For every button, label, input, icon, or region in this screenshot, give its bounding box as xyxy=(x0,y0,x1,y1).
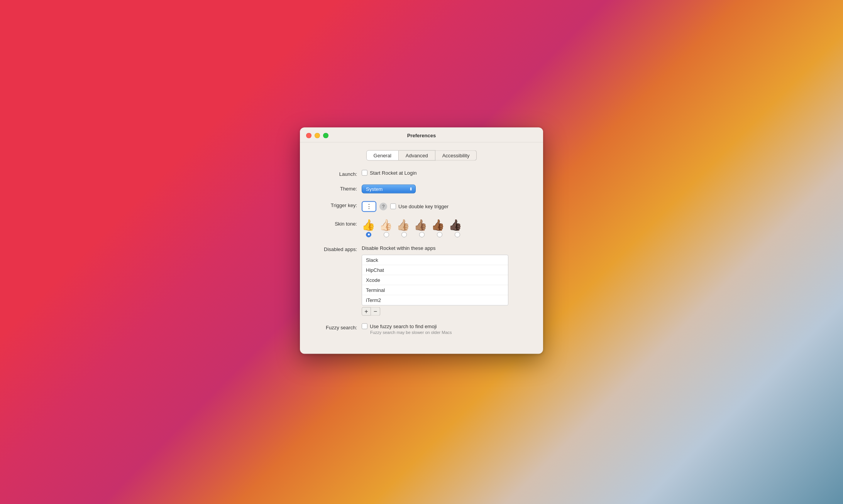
skin-tone-radios xyxy=(362,232,464,237)
double-trigger-wrap: Use double key trigger xyxy=(390,204,449,209)
fuzzy-search-label: Fuzzy search: xyxy=(311,323,362,330)
double-trigger-label: Use double key trigger xyxy=(398,204,449,209)
fuzzy-search-checkbox-label: Use fuzzy search to find emoji xyxy=(370,323,437,329)
preferences-window: Preferences General Advanced Accessibili… xyxy=(300,127,543,354)
launch-checkbox-label: Start Rocket at Login xyxy=(370,170,416,175)
theme-select[interactable]: System Light Dark xyxy=(362,184,416,193)
skin-tone-radio-wrap-6 xyxy=(450,232,464,237)
launch-checkbox[interactable] xyxy=(362,170,367,175)
disabled-apps-description: Disable Rocket within these apps xyxy=(362,245,508,251)
list-item: Terminal xyxy=(362,285,508,295)
theme-label: Theme: xyxy=(311,184,362,191)
list-item: Sublime Text xyxy=(362,305,508,305)
skin-tone-radio-wrap-3 xyxy=(397,232,411,237)
skin-tone-control: 👍 👍🏻 👍🏼 👍🏽 👍🏾 👍🏿 xyxy=(362,219,532,237)
trigger-key-label: Trigger key: xyxy=(311,201,362,208)
skin-tone-label: Skin tone: xyxy=(311,219,362,226)
tab-accessibility[interactable]: Accessibility xyxy=(435,150,477,160)
fuzzy-search-control: Use fuzzy search to find emoji Fuzzy sea… xyxy=(362,323,532,334)
list-item: Slack xyxy=(362,255,508,265)
skin-tone-radio-wrap-1 xyxy=(362,232,376,237)
theme-select-wrap: System Light Dark ⬍ xyxy=(362,184,416,193)
skin-tone-radio-4[interactable] xyxy=(419,232,425,237)
titlebar: Preferences xyxy=(300,127,543,142)
disabled-apps-control: Disable Rocket within these apps Slack H… xyxy=(362,245,532,315)
fuzzy-checkbox-wrap: Use fuzzy search to find emoji xyxy=(362,323,452,329)
skin-tone-radio-2[interactable] xyxy=(384,232,389,237)
theme-row: Theme: System Light Dark ⬍ xyxy=(311,184,532,193)
skin-tones-wrap: 👍 👍🏻 👍🏼 👍🏽 👍🏾 👍🏿 xyxy=(362,219,464,237)
tab-bar: General Advanced Accessibility xyxy=(311,150,532,160)
skin-tone-radio-wrap-2 xyxy=(379,232,393,237)
traffic-lights xyxy=(306,133,328,138)
general-form: Launch: Start Rocket at Login Theme: Sys… xyxy=(311,170,532,342)
fuzzy-search-hint: Fuzzy search may be slower on older Macs xyxy=(370,330,452,334)
tab-general[interactable]: General xyxy=(366,150,399,160)
fuzzy-wrap: Use fuzzy search to find emoji Fuzzy sea… xyxy=(362,323,452,334)
launch-label: Launch: xyxy=(311,170,362,177)
launch-checkbox-wrap: Start Rocket at Login xyxy=(362,170,416,175)
skin-tone-1[interactable]: 👍 xyxy=(362,219,375,230)
skin-tone-6[interactable]: 👍🏿 xyxy=(449,219,462,230)
launch-control: Start Rocket at Login xyxy=(362,170,532,175)
trigger-key-control: ⋮ ? Use double key trigger xyxy=(362,201,532,212)
fuzzy-search-row: Fuzzy search: Use fuzzy search to find e… xyxy=(311,323,532,334)
close-button[interactable] xyxy=(306,133,311,138)
trigger-key-button[interactable]: ⋮ xyxy=(362,201,376,212)
list-item: iTerm2 xyxy=(362,295,508,305)
trigger-key-help-button[interactable]: ? xyxy=(379,202,387,210)
double-trigger-checkbox[interactable] xyxy=(390,204,396,209)
trigger-key-value: ⋮ xyxy=(366,203,372,210)
skin-tone-emojis: 👍 👍🏻 👍🏼 👍🏽 👍🏾 👍🏿 xyxy=(362,219,464,230)
remove-app-button[interactable]: − xyxy=(371,307,380,315)
window-content: General Advanced Accessibility Launch: S… xyxy=(300,142,543,354)
list-controls: + − xyxy=(362,307,508,315)
list-item: HipChat xyxy=(362,265,508,275)
list-item: Xcode xyxy=(362,275,508,285)
add-app-button[interactable]: + xyxy=(362,307,371,315)
skin-tone-radio-6[interactable] xyxy=(455,232,460,237)
launch-row: Launch: Start Rocket at Login xyxy=(311,170,532,177)
maximize-button[interactable] xyxy=(323,133,328,138)
window-title: Preferences xyxy=(407,133,436,138)
minimize-button[interactable] xyxy=(315,133,320,138)
skin-tone-4[interactable]: 👍🏽 xyxy=(414,219,427,230)
trigger-key-row: Trigger key: ⋮ ? Use double key trigger xyxy=(311,201,532,212)
tab-advanced[interactable]: Advanced xyxy=(399,150,435,160)
skin-tone-row: Skin tone: 👍 👍🏻 👍🏼 👍🏽 👍🏾 👍🏿 xyxy=(311,219,532,237)
skin-tone-radio-5[interactable] xyxy=(437,232,442,237)
disabled-apps-wrap: Disable Rocket within these apps Slack H… xyxy=(362,245,508,315)
disabled-apps-list: Slack HipChat Xcode Terminal iTerm2 Subl… xyxy=(362,255,508,305)
skin-tone-5[interactable]: 👍🏾 xyxy=(431,219,445,230)
skin-tone-3[interactable]: 👍🏼 xyxy=(396,219,410,230)
disabled-apps-row: Disabled apps: Disable Rocket within the… xyxy=(311,245,532,315)
fuzzy-search-checkbox[interactable] xyxy=(362,323,367,329)
skin-tone-radio-3[interactable] xyxy=(401,232,407,237)
skin-tone-2[interactable]: 👍🏻 xyxy=(379,219,393,230)
disabled-apps-label: Disabled apps: xyxy=(311,245,362,252)
theme-control: System Light Dark ⬍ xyxy=(362,184,532,193)
skin-tone-radio-wrap-5 xyxy=(433,232,447,237)
skin-tone-radio-wrap-4 xyxy=(415,232,429,237)
skin-tone-radio-1[interactable] xyxy=(366,232,371,237)
